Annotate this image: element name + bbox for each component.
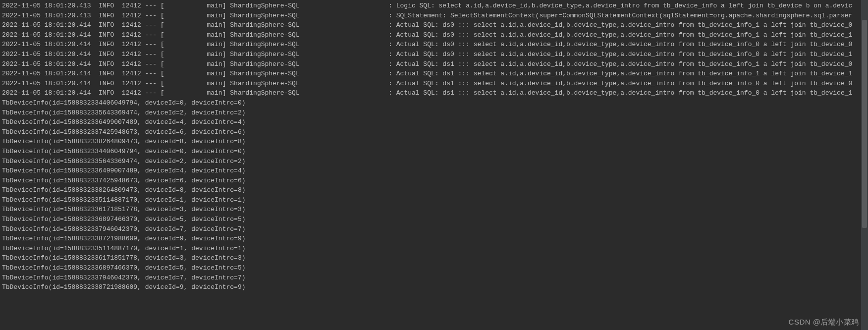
log-line: TbDeviceInfo(id=1588832337425948673, dev… [2, 127, 866, 137]
log-line: TbDeviceInfo(id=1588832336499007489, dev… [2, 166, 866, 176]
log-line: TbDeviceInfo(id=1588832337946042370, dev… [2, 224, 866, 234]
log-line: 2022-11-05 18:01:20.414 INFO 12412 --- [… [2, 50, 866, 59]
log-line: TbDeviceInfo(id=1588832337946042370, dev… [2, 273, 866, 283]
log-line: 2022-11-05 18:01:20.414 INFO 12412 --- [… [2, 69, 866, 79]
log-line: 2022-11-05 18:01:20.414 INFO 12412 --- [… [2, 59, 866, 69]
log-line: TbDeviceInfo(id=1588832337425948673, dev… [2, 176, 866, 186]
log-line: TbDeviceInfo(id=1588832336171851778, dev… [2, 253, 866, 263]
log-line: TbDeviceInfo(id=1588832336171851778, dev… [2, 205, 866, 215]
console-log-output[interactable]: 2022-11-05 18:01:20.413 INFO 12412 --- [… [0, 0, 868, 330]
log-line: TbDeviceInfo(id=1588832336897466370, dev… [2, 263, 866, 273]
log-line: TbDeviceInfo(id=1588832336499007489, dev… [2, 117, 866, 127]
scrollbar-thumb[interactable] [862, 20, 867, 228]
log-line: TbDeviceInfo(id=1588832336897466370, dev… [2, 215, 866, 224]
log-line: TbDeviceInfo(id=1588832335643369474, dev… [2, 157, 866, 166]
log-line: 2022-11-05 18:01:20.414 INFO 12412 --- [… [2, 30, 866, 40]
log-line: 2022-11-05 18:01:20.414 INFO 12412 --- [… [2, 88, 866, 98]
watermark-text: CSDN @后端小菜鸡 [789, 318, 859, 327]
log-line: TbDeviceInfo(id=1588832334406049794, dev… [2, 98, 866, 108]
log-line: TbDeviceInfo(id=1588832334406049794, dev… [2, 147, 866, 157]
log-line: 2022-11-05 18:01:20.414 INFO 12412 --- [… [2, 79, 866, 89]
log-line: 2022-11-05 18:01:20.413 INFO 12412 --- [… [2, 1, 866, 11]
log-line: 2022-11-05 18:01:20.414 INFO 12412 --- [… [2, 20, 866, 30]
log-line: TbDeviceInfo(id=1588832338264809473, dev… [2, 185, 866, 195]
log-line: 2022-11-05 18:01:20.414 INFO 12412 --- [… [2, 40, 866, 50]
log-line: TbDeviceInfo(id=1588832335114887170, dev… [2, 244, 866, 254]
log-line: 2022-11-05 18:01:20.413 INFO 12412 --- [… [2, 11, 866, 21]
log-line: TbDeviceInfo(id=1588832335643369474, dev… [2, 108, 866, 118]
scrollbar-track[interactable] [861, 0, 868, 330]
log-line: TbDeviceInfo(id=1588832338721988609, dev… [2, 234, 866, 244]
log-line: TbDeviceInfo(id=1588832338721988609, dev… [2, 282, 866, 292]
log-line: TbDeviceInfo(id=1588832338264809473, dev… [2, 137, 866, 147]
log-line: TbDeviceInfo(id=1588832335114887170, dev… [2, 195, 866, 205]
